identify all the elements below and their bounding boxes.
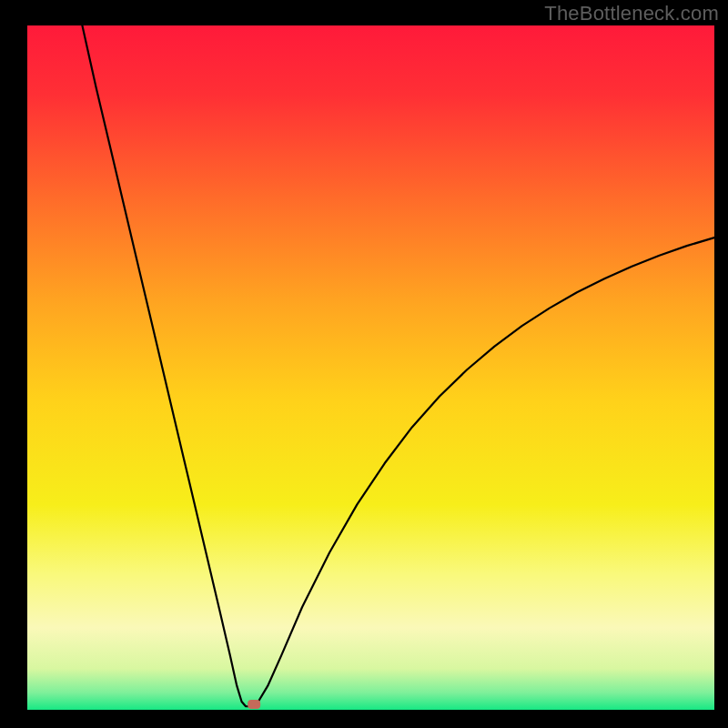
plot-background [27, 25, 714, 710]
minimum-marker [248, 700, 260, 709]
watermark-text: TheBottleneck.com [544, 2, 719, 25]
chart-frame: TheBottleneck.com [0, 0, 728, 728]
bottleneck-chart [0, 0, 728, 728]
